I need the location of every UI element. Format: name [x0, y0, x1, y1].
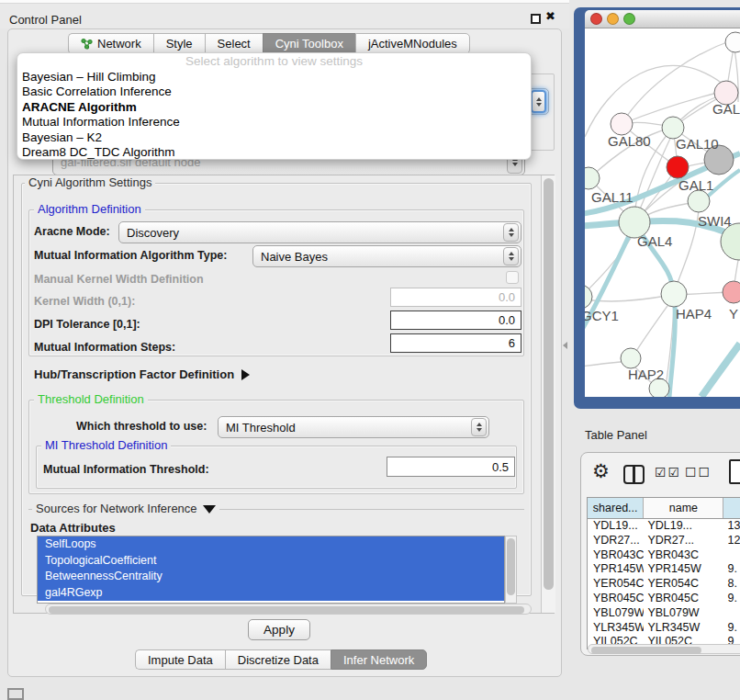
table-row[interactable]: YDL19...YDL19...13: [588, 519, 740, 534]
table-row[interactable]: YBR043CYBR043C: [588, 548, 740, 563]
select-all-icon[interactable]: ☑☑: [655, 465, 681, 480]
column-header-name[interactable]: name: [644, 498, 723, 518]
network-window-titlebar[interactable]: [585, 10, 740, 28]
mi-threshold-field[interactable]: 0.5: [387, 457, 515, 477]
table-cell: YBL079W: [644, 606, 723, 621]
combo-stepper: [503, 223, 519, 242]
minimized-panel-icon[interactable]: [7, 688, 24, 700]
network-node-label: HAP2: [628, 367, 664, 382]
attribute-list-item[interactable]: SelfLoops: [38, 536, 504, 553]
table-row[interactable]: YBL079WYBL079W: [588, 606, 740, 621]
table-cell: YBL079W: [588, 606, 644, 621]
zoom-traffic-light[interactable]: [623, 13, 635, 25]
network-node-hap2[interactable]: [621, 348, 641, 368]
algorithm-option[interactable]: ARACNE Algorithm: [17, 100, 531, 115]
settings-horizontal-scrollbar[interactable]: [45, 604, 532, 615]
mi-steps-field[interactable]: 6: [390, 333, 521, 353]
dpi-tolerance-field[interactable]: 0.0: [390, 310, 521, 330]
collapse-arrow-icon: [203, 505, 216, 514]
aracne-mode-label: Aracne Mode:: [34, 225, 110, 238]
minimize-traffic-light[interactable]: [607, 13, 619, 25]
float-window-icon[interactable]: [531, 14, 541, 24]
kernel-width-label: Kernel Width (0,1):: [34, 295, 135, 308]
network-node-hap4[interactable]: [661, 281, 687, 307]
network-canvas[interactable]: GALGAL80GAL10GAL1GAL11SWI4GAL4HAP4YGCY1H…: [585, 28, 740, 397]
algorithm-option[interactable]: Mutual Information Inference: [17, 115, 531, 130]
tab-infer-network[interactable]: Infer Network: [331, 649, 427, 670]
cyni-settings-pane: Cyni Algorithm Settings Algorithm Defini…: [13, 175, 555, 614]
table-cell: YDR27...: [644, 534, 723, 548]
table-row[interactable]: YBR045CYBR045C9.: [588, 592, 740, 606]
attribute-list-item[interactable]: BetweennessCentrality: [38, 569, 504, 585]
algorithm-option[interactable]: Basic Correlation Inference: [17, 85, 531, 99]
aracne-mode-combobox[interactable]: Discovery: [118, 221, 521, 243]
table-cell: YDL19...: [644, 519, 723, 534]
apply-button[interactable]: Apply: [248, 619, 310, 640]
tab-network[interactable]: Network: [68, 33, 153, 54]
kernel-width-value: 0.0: [499, 290, 521, 304]
network-node-gcy1[interactable]: [585, 285, 592, 309]
hub-definition-toggle[interactable]: Hub/Transcription Factor Definition: [34, 367, 250, 381]
table-cell: YDL19...: [588, 519, 644, 534]
tab-select[interactable]: Select: [205, 33, 263, 54]
settings-vertical-scrollbar[interactable]: [541, 175, 555, 613]
network-node-swi4[interactable]: [688, 190, 710, 212]
tab-cyni-toolbox[interactable]: Cyni Toolbox: [263, 33, 355, 54]
close-traffic-light[interactable]: [590, 13, 602, 25]
control-panel-title: Control Panel: [9, 13, 82, 27]
column-header-partial[interactable]: [723, 498, 740, 518]
attribute-list-item[interactable]: TopologicalCoefficient: [38, 553, 504, 570]
algorithm-option[interactable]: Bayesian – K2: [17, 130, 531, 145]
which-threshold-combobox[interactable]: MI Threshold: [218, 416, 489, 438]
split-view-icon[interactable]: [623, 465, 645, 484]
attributes-scrollbar[interactable]: [505, 536, 517, 604]
table-row[interactable]: YDR27...YDR27...12: [588, 534, 740, 548]
network-node[interactable]: [725, 32, 740, 52]
table-cell: YER054C: [644, 577, 723, 592]
tab-style[interactable]: Style: [153, 33, 205, 54]
close-icon[interactable]: ✖: [545, 9, 555, 23]
table-cell: YBR045C: [644, 592, 723, 606]
mi-steps-label: Mutual Information Steps:: [34, 341, 175, 354]
table-row[interactable]: YPR145WYPR145W9.: [588, 562, 740, 577]
table-row[interactable]: YER054CYER054C8.: [588, 577, 740, 592]
network-node-y[interactable]: [723, 281, 740, 303]
splitter-handle[interactable]: [563, 342, 567, 349]
scrollbar-thumb[interactable]: [507, 538, 515, 595]
data-attributes-list[interactable]: SelfLoopsTopologicalCoefficientBetweenne…: [37, 536, 505, 604]
table-horizontal-scrollbar[interactable]: [588, 644, 740, 654]
scrollbar-thumb[interactable]: [544, 178, 554, 590]
scrollbar-thumb[interactable]: [49, 606, 524, 614]
network-node-label: GAL11: [591, 189, 633, 205]
tab-jactivemnodules[interactable]: jActiveMNodules: [355, 33, 470, 54]
sources-section-toggle[interactable]: Sources for Network Inference: [32, 502, 219, 515]
tab-label: Network: [97, 37, 141, 51]
table-cell: [723, 606, 740, 621]
expand-arrow-icon: [241, 369, 250, 380]
manual-kernel-width-checkbox[interactable]: [506, 271, 519, 284]
node-table: shared... name YDL19...YDL19...13YDR27..…: [587, 497, 740, 649]
attribute-list-item[interactable]: gal4RGexp: [38, 585, 504, 602]
algorithm-option[interactable]: Dream8 DC_TDC Algorithm: [17, 145, 531, 160]
column-header-shared-name[interactable]: shared...: [588, 498, 644, 518]
network-node-label: GAL10: [676, 136, 719, 152]
kernel-width-field[interactable]: 0.0: [390, 288, 521, 307]
tab-impute-data[interactable]: Impute Data: [135, 649, 225, 670]
network-node-gal1[interactable]: [667, 156, 689, 178]
document-icon[interactable]: [729, 459, 740, 484]
algorithm-option[interactable]: Bayesian – Hill Climbing: [17, 70, 531, 85]
tab-label: jActiveMNodules: [368, 37, 457, 51]
tab-discretize-data[interactable]: Discretize Data: [225, 649, 331, 670]
mi-threshold-group-title: MI Threshold Definition: [41, 439, 171, 452]
network-window-frame[interactable]: GALGAL80GAL10GAL1GAL11SWI4GAL4HAP4YGCY1H…: [574, 7, 740, 409]
gear-icon[interactable]: ⚙: [592, 460, 610, 482]
mi-algorithm-type-label: Mutual Information Algorithm Type:: [34, 249, 227, 262]
scrollbar-thumb[interactable]: [591, 647, 701, 654]
deselect-all-icon[interactable]: ☐☐: [685, 465, 712, 480]
table-row[interactable]: YLR345WYLR345W9.: [588, 621, 740, 636]
threshold-definition-title: Threshold Definition: [34, 393, 148, 406]
table-cell: YER054C: [588, 577, 644, 592]
combo-stepper: [503, 247, 519, 265]
network-node-gal80[interactable]: [611, 113, 633, 135]
mi-algorithm-type-combobox[interactable]: Naive Bayes: [252, 245, 521, 267]
